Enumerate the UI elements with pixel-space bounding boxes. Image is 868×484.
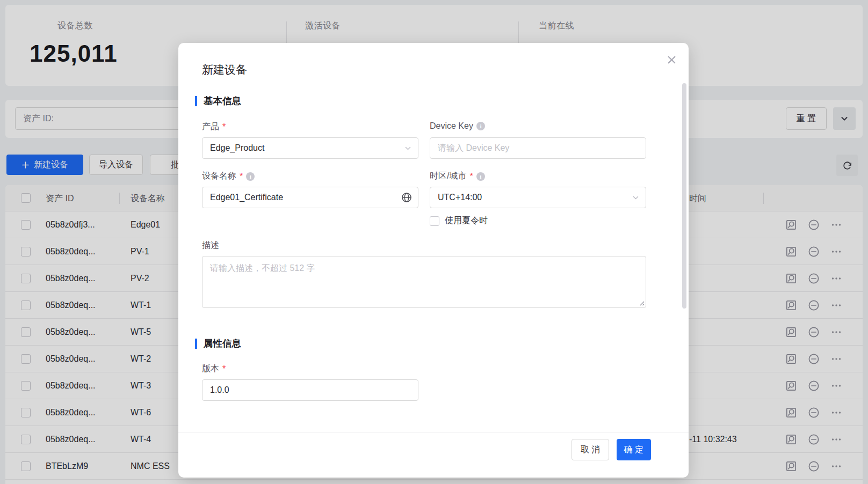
required-asterisk: * bbox=[222, 122, 226, 132]
device-name-label: 设备名称* i bbox=[202, 171, 255, 182]
dst-checkbox-row: 使用夏令时 bbox=[430, 215, 488, 226]
version-label: 版本* bbox=[202, 363, 226, 375]
modal-title: 新建设备 bbox=[202, 62, 247, 77]
modal-scrollbar-thumb[interactable] bbox=[682, 83, 686, 309]
device-key-label: Device Key i bbox=[430, 121, 485, 131]
required-asterisk: * bbox=[469, 172, 473, 181]
new-device-modal: 新建设备 基本信息 产品* Device Key i 设备名称* i bbox=[178, 43, 689, 478]
dst-checkbox[interactable] bbox=[430, 216, 439, 226]
info-icon[interactable]: i bbox=[476, 172, 485, 181]
close-icon[interactable] bbox=[665, 53, 678, 66]
info-icon[interactable]: i bbox=[246, 172, 255, 181]
description-textarea[interactable] bbox=[202, 256, 646, 308]
timezone-select[interactable] bbox=[430, 187, 646, 208]
section-attribute-info: 属性信息 bbox=[202, 337, 241, 350]
timezone-label: 时区/城市* i bbox=[430, 171, 485, 182]
section-basic-info: 基本信息 bbox=[202, 94, 241, 107]
info-icon[interactable]: i bbox=[476, 122, 485, 130]
section-attributes-title: 属性信息 bbox=[204, 337, 241, 350]
required-asterisk: * bbox=[240, 172, 243, 181]
section-basic-title: 基本信息 bbox=[204, 94, 241, 107]
modal-footer-divider bbox=[178, 432, 689, 433]
required-asterisk: * bbox=[222, 364, 226, 374]
globe-icon[interactable] bbox=[401, 192, 413, 203]
section-accent-bar bbox=[195, 339, 197, 349]
dst-label: 使用夏令时 bbox=[445, 215, 488, 226]
product-select-value[interactable] bbox=[202, 137, 418, 159]
device-management-page: 设备总数 125,011 激活设备 当前在线 重 置 新建设备 导入设备 批量 bbox=[0, 0, 868, 484]
product-select[interactable] bbox=[202, 137, 418, 159]
device-name-field bbox=[202, 187, 418, 208]
device-name-input[interactable] bbox=[202, 187, 418, 208]
timezone-select-value[interactable] bbox=[430, 187, 646, 208]
section-accent-bar bbox=[195, 96, 197, 106]
ok-button[interactable]: 确 定 bbox=[617, 439, 651, 460]
device-key-input[interactable] bbox=[430, 137, 646, 159]
description-label: 描述 bbox=[202, 240, 219, 251]
version-input[interactable] bbox=[202, 379, 418, 401]
product-label: 产品* bbox=[202, 121, 226, 133]
cancel-button[interactable]: 取 消 bbox=[572, 439, 609, 460]
